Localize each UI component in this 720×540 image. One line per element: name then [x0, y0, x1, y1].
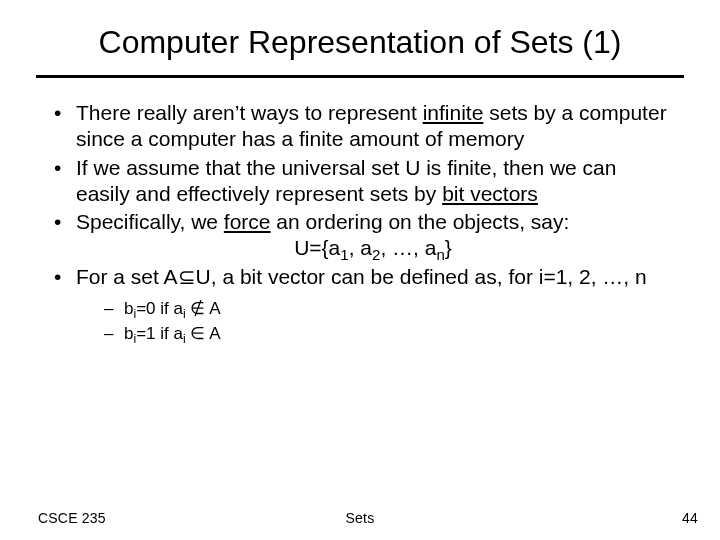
bullet-4: For a set A⊆U, a bit vector can be defin…	[50, 264, 670, 346]
text: =0 if a	[136, 299, 183, 318]
bullet-2: If we assume that the universal set U is…	[50, 155, 670, 208]
sub-bullet-list: bi=0 if ai ∉ A bi=1 if ai ∈ A	[76, 298, 670, 346]
bullet-3: Specifically, we force an ordering on th…	[50, 209, 670, 262]
footer-left: CSCE 235	[38, 510, 106, 526]
text: =1 if a	[136, 324, 183, 343]
text: ∈ A	[186, 324, 221, 343]
footer-right: 44	[682, 510, 698, 526]
underline-text: force	[224, 210, 271, 233]
underline-text: bit vectors	[442, 182, 538, 205]
slide-body: There really aren’t ways to represent in…	[0, 78, 720, 346]
slide: Computer Representation of Sets (1) Ther…	[0, 0, 720, 540]
text: Specifically, we	[76, 210, 224, 233]
text: ∉ A	[186, 299, 221, 318]
subscript: 1	[340, 246, 348, 263]
text: an ordering on the objects, say:	[271, 210, 570, 233]
bullet-1: There really aren’t ways to represent in…	[50, 100, 670, 153]
text: t ways to represent	[239, 101, 422, 124]
text: , a	[349, 236, 372, 259]
text: , …, a	[380, 236, 436, 259]
bullet-list: There really aren’t ways to represent in…	[50, 100, 670, 346]
text: For a set A	[76, 265, 178, 288]
text: }	[445, 236, 452, 259]
subscript: n	[436, 246, 444, 263]
slide-title: Computer Representation of Sets (1)	[0, 0, 720, 69]
text: There really aren	[76, 101, 235, 124]
sub-bullet-1: bi=0 if ai ∉ A	[102, 298, 670, 321]
underline-text: infinite	[423, 101, 484, 124]
text: U, a bit vector can be defined as, for i…	[196, 265, 647, 288]
sub-bullet-2: bi=1 if ai ∈ A	[102, 323, 670, 346]
equation: U={a1, a2, …, an}	[76, 235, 670, 261]
footer: CSCE 235 Sets 44	[0, 510, 720, 526]
text: U={a	[294, 236, 340, 259]
subset-symbol: ⊆	[178, 265, 196, 288]
footer-center: Sets	[22, 510, 698, 526]
